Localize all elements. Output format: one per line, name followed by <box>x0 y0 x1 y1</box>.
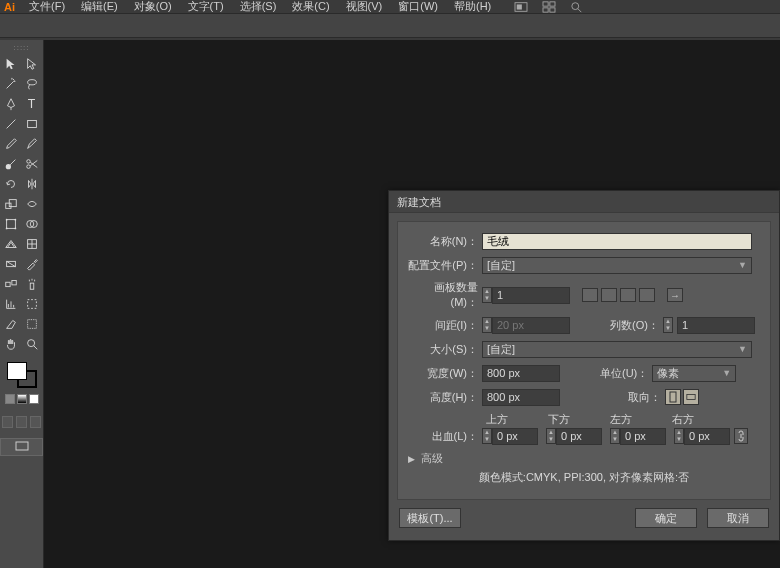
menu-select[interactable]: 选择(S) <box>232 0 285 14</box>
scale-tool[interactable] <box>0 194 22 214</box>
hand-tool[interactable] <box>0 334 22 354</box>
artboards-input[interactable] <box>492 287 570 304</box>
artboards-spinner[interactable]: ▲▼ <box>482 287 492 303</box>
menu-view[interactable]: 视图(V) <box>338 0 391 14</box>
svg-point-6 <box>572 2 579 9</box>
perspective-grid-tool[interactable] <box>0 234 22 254</box>
menu-edit[interactable]: 编辑(E) <box>73 0 126 14</box>
reflect-tool[interactable] <box>22 174 44 194</box>
screen-mode-btn[interactable] <box>0 438 43 456</box>
pencil-tool[interactable] <box>22 134 44 154</box>
advanced-toggle[interactable]: ▶ 高级 <box>408 451 760 466</box>
bridge-icon[interactable] <box>513 1 529 13</box>
spacing-spinner[interactable]: ▲▼ <box>482 317 492 333</box>
bleed-bottom-spin[interactable]: ▲▼ <box>546 428 556 444</box>
svg-point-14 <box>27 165 31 169</box>
bleed-left-input[interactable] <box>620 428 666 445</box>
cancel-button[interactable]: 取消 <box>707 508 769 528</box>
menubar: Ai 文件(F) 编辑(E) 对象(O) 文字(T) 选择(S) 效果(C) 视… <box>0 0 780 13</box>
arrange-rtl-icon[interactable] <box>620 288 636 302</box>
spacing-input[interactable] <box>492 317 570 334</box>
shape-builder-tool[interactable] <box>22 214 44 234</box>
svg-line-10 <box>6 120 15 129</box>
artboards-label: 画板数量(M)： <box>408 280 482 310</box>
type-tool[interactable]: T <box>22 94 44 114</box>
name-label: 名称(N)： <box>408 234 482 249</box>
ok-button[interactable]: 确定 <box>635 508 697 528</box>
mesh-tool[interactable] <box>22 234 44 254</box>
svg-rect-34 <box>670 392 676 402</box>
zoom-tool[interactable] <box>22 334 44 354</box>
svg-rect-33 <box>16 442 28 450</box>
fill-stroke-swatches[interactable] <box>0 358 43 408</box>
bleed-right-input[interactable] <box>684 428 730 445</box>
line-tool[interactable] <box>0 114 22 134</box>
columns-input[interactable] <box>677 317 755 334</box>
eyedropper-tool[interactable] <box>22 254 44 274</box>
free-transform-tool[interactable] <box>0 214 22 234</box>
draw-inside[interactable] <box>30 416 41 428</box>
menu-effect[interactable]: 效果(C) <box>284 0 337 14</box>
fill-swatch[interactable] <box>7 362 27 380</box>
symbol-sprayer-tool[interactable] <box>22 274 44 294</box>
menu-type[interactable]: 文字(T) <box>180 0 232 14</box>
arrange-ltr-icon[interactable] <box>639 288 655 302</box>
link-bleed-icon[interactable] <box>734 428 748 444</box>
color-btn[interactable] <box>5 394 15 404</box>
toolbox-grip[interactable]: ::::: <box>0 40 43 54</box>
menu-window[interactable]: 窗口(W) <box>390 0 446 14</box>
none-btn[interactable] <box>29 394 39 404</box>
width-input[interactable] <box>482 365 560 382</box>
graph-tool[interactable] <box>0 294 22 314</box>
bleed-top-input[interactable] <box>492 428 538 445</box>
name-input[interactable] <box>482 233 752 250</box>
bleed-left-label: 左方 <box>610 412 632 427</box>
slice-tool[interactable] <box>0 314 22 334</box>
direct-selection-tool[interactable] <box>22 54 44 74</box>
height-input[interactable] <box>482 389 560 406</box>
print-tiling-tool[interactable] <box>22 314 44 334</box>
pen-tool[interactable] <box>0 94 22 114</box>
bleed-top-spin[interactable]: ▲▼ <box>482 428 492 444</box>
units-label: 单位(U)： <box>600 366 648 381</box>
gradient-tool[interactable] <box>0 254 22 274</box>
paintbrush-tool[interactable] <box>0 134 22 154</box>
gradient-btn[interactable] <box>17 394 27 404</box>
blob-brush-tool[interactable] <box>0 154 22 174</box>
search-icon[interactable] <box>569 1 585 13</box>
orient-landscape[interactable] <box>683 389 699 405</box>
draw-behind[interactable] <box>16 416 27 428</box>
height-label: 高度(H)： <box>408 390 482 405</box>
menu-object[interactable]: 对象(O) <box>126 0 180 14</box>
scissors-tool[interactable] <box>22 154 44 174</box>
units-select[interactable]: 像素▼ <box>652 365 736 382</box>
columns-spinner[interactable]: ▲▼ <box>663 317 673 333</box>
arrange-icon[interactable] <box>541 1 557 13</box>
svg-point-19 <box>14 219 16 221</box>
templates-button[interactable]: 模板(T)... <box>399 508 461 528</box>
profile-select[interactable]: [自定]▼ <box>482 257 752 274</box>
orient-portrait[interactable] <box>665 389 681 405</box>
menu-help[interactable]: 帮助(H) <box>446 0 499 14</box>
rectangle-tool[interactable] <box>22 114 44 134</box>
draw-normal[interactable] <box>2 416 13 428</box>
bleed-bottom-input[interactable] <box>556 428 602 445</box>
bleed-right-spin[interactable]: ▲▼ <box>674 428 684 444</box>
control-bar <box>0 13 780 38</box>
svg-point-21 <box>14 228 16 230</box>
grid-by-col-icon[interactable] <box>601 288 617 302</box>
magic-wand-tool[interactable] <box>0 74 22 94</box>
selection-tool[interactable] <box>0 54 22 74</box>
blend-tool[interactable] <box>0 274 22 294</box>
draw-modes <box>0 416 43 428</box>
menu-file[interactable]: 文件(F) <box>21 0 73 14</box>
lasso-tool[interactable] <box>22 74 44 94</box>
width-tool[interactable] <box>22 194 44 214</box>
rotate-tool[interactable] <box>0 174 22 194</box>
bleed-left-spin[interactable]: ▲▼ <box>610 428 620 444</box>
dialog-title: 新建文档 <box>389 191 779 213</box>
artboard-tool[interactable] <box>22 294 44 314</box>
size-select[interactable]: [自定]▼ <box>482 341 752 358</box>
arrange-arrow-icon[interactable]: → <box>667 288 683 302</box>
grid-by-row-icon[interactable] <box>582 288 598 302</box>
